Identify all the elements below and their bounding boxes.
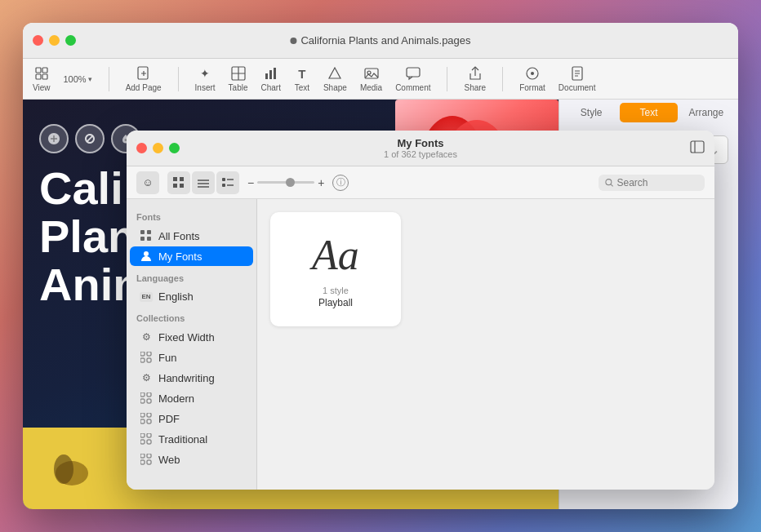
- sidebar-item-web[interactable]: Web: [130, 450, 253, 469]
- fonts-toolbar: ☺ − + ⓘ: [127, 166, 714, 199]
- title-dot-icon: [290, 38, 296, 44]
- svg-rect-58: [147, 399, 151, 403]
- collections-section-label: Collections: [127, 307, 256, 326]
- svg-rect-66: [147, 440, 151, 444]
- toolbar-add-page[interactable]: Add Page: [126, 65, 162, 92]
- share-icon: [467, 65, 483, 82]
- svg-line-45: [611, 184, 612, 186]
- svg-rect-12: [274, 68, 276, 79]
- fonts-sidebar-toggle[interactable]: [690, 140, 705, 157]
- sidebar-item-english[interactable]: EN English: [130, 287, 253, 306]
- sidebar-item-fixed-width[interactable]: ⚙ Fixed Width: [130, 327, 253, 347]
- chart-icon: [263, 65, 279, 82]
- fonts-view-buttons: [167, 171, 239, 194]
- fonts-window-subtitle: 1 of 362 typefaces: [384, 149, 457, 159]
- languages-section-label: Languages: [127, 267, 256, 286]
- pages-title-bar: California Plants and Animals.pages: [23, 23, 738, 59]
- format-icon: [524, 65, 541, 82]
- fonts-size-slider[interactable]: − +: [247, 176, 324, 189]
- pages-minimize-button[interactable]: [49, 35, 60, 46]
- all-fonts-icon: [140, 229, 153, 242]
- svg-rect-60: [147, 413, 151, 417]
- fonts-maximize-button[interactable]: [169, 143, 180, 153]
- fonts-window-title-area: My Fonts 1 of 362 typefaces: [384, 137, 457, 159]
- my-fonts-icon: [140, 250, 153, 263]
- toolbar-chart[interactable]: Chart: [261, 65, 281, 92]
- comment-icon: [405, 65, 421, 82]
- svg-rect-51: [140, 352, 145, 356]
- svg-rect-11: [269, 70, 272, 79]
- svg-point-30: [54, 454, 73, 484]
- fonts-search-box[interactable]: [599, 175, 705, 191]
- svg-rect-70: [147, 460, 151, 464]
- fonts-info-button[interactable]: ⓘ: [332, 175, 349, 191]
- pages-close-button[interactable]: [33, 35, 43, 46]
- font-style-count: 1 style: [323, 286, 349, 295]
- fonts-grid-view-button[interactable]: [167, 171, 190, 194]
- svg-rect-35: [173, 184, 177, 188]
- svg-rect-52: [147, 352, 151, 356]
- traditional-icon: [140, 432, 153, 446]
- sidebar-item-pdf[interactable]: PDF: [130, 409, 253, 428]
- svg-point-15: [367, 71, 371, 74]
- fonts-emoji-button[interactable]: ☺: [136, 171, 159, 194]
- toolbar-text[interactable]: T Text: [294, 65, 310, 92]
- fonts-minimize-button[interactable]: [153, 143, 163, 153]
- document-icon: [569, 65, 585, 82]
- svg-rect-40: [222, 178, 225, 181]
- svg-rect-46: [140, 230, 145, 234]
- table-icon: [230, 65, 247, 82]
- sidebar-item-traditional[interactable]: Traditional: [130, 429, 253, 449]
- toolbar-view[interactable]: View: [33, 65, 51, 92]
- font-name: Playball: [318, 297, 353, 308]
- font-card-playball[interactable]: Aa 1 style Playball: [270, 212, 401, 326]
- sidebar-item-my-fonts[interactable]: My Fonts: [130, 246, 253, 266]
- pages-maximize-button[interactable]: [65, 35, 76, 46]
- toolbar-separator-2: [178, 67, 179, 91]
- toolbar-shape[interactable]: Shape: [323, 65, 347, 92]
- svg-rect-56: [147, 392, 151, 397]
- handwriting-icon: ⚙: [140, 371, 153, 384]
- toolbar-comment[interactable]: Comment: [395, 65, 430, 92]
- svg-rect-48: [140, 237, 145, 241]
- tab-style[interactable]: Style: [563, 103, 620, 122]
- plus-icon: +: [318, 176, 324, 189]
- pages-window-title: California Plants and Animals.pages: [290, 34, 470, 47]
- tab-arrange[interactable]: Arrange: [678, 103, 735, 122]
- svg-rect-0: [36, 68, 41, 73]
- sidebar-item-modern[interactable]: Modern: [130, 388, 253, 408]
- svg-point-18: [531, 72, 534, 75]
- view-icon: [33, 65, 50, 82]
- sidebar-item-fun[interactable]: Fun: [130, 348, 253, 367]
- toolbar-document[interactable]: Document: [559, 65, 596, 92]
- svg-rect-47: [147, 230, 151, 234]
- toolbar-insert[interactable]: ✦ Insert: [195, 65, 216, 92]
- pages-traffic-lights: [33, 35, 76, 46]
- search-input[interactable]: [616, 177, 698, 188]
- svg-rect-16: [407, 68, 420, 77]
- toolbar-format[interactable]: Format: [519, 65, 545, 92]
- svg-rect-65: [140, 440, 145, 444]
- fixed-width-icon: ⚙: [140, 330, 153, 344]
- fonts-close-button[interactable]: [136, 143, 147, 153]
- sidebar-item-all-fonts[interactable]: All Fonts: [130, 226, 253, 246]
- zoom-chevron-icon: ▾: [88, 75, 92, 83]
- svg-rect-42: [222, 184, 225, 187]
- fonts-traffic-lights: [136, 143, 180, 153]
- toolbar-media[interactable]: Media: [360, 65, 382, 92]
- english-flag: EN: [140, 292, 153, 302]
- toolbar-share[interactable]: Share: [464, 65, 486, 92]
- svg-rect-61: [140, 419, 145, 423]
- circle-2: [75, 124, 105, 153]
- svg-rect-67: [140, 454, 145, 458]
- sidebar-item-handwriting[interactable]: ⚙ Handwriting: [130, 368, 253, 388]
- toolbar-separator-1: [109, 67, 109, 91]
- tab-text[interactable]: Text: [620, 103, 677, 122]
- fonts-detail-view-button[interactable]: [216, 171, 239, 194]
- toolbar-separator-3: [447, 67, 447, 91]
- toolbar-table[interactable]: Table: [229, 65, 248, 92]
- fonts-main: Fonts All Fonts My Fonts Languages EN En…: [127, 199, 714, 490]
- svg-rect-68: [147, 454, 151, 458]
- toolbar-zoom[interactable]: 100% ▾: [64, 74, 92, 84]
- fonts-list-view-button[interactable]: [192, 171, 215, 194]
